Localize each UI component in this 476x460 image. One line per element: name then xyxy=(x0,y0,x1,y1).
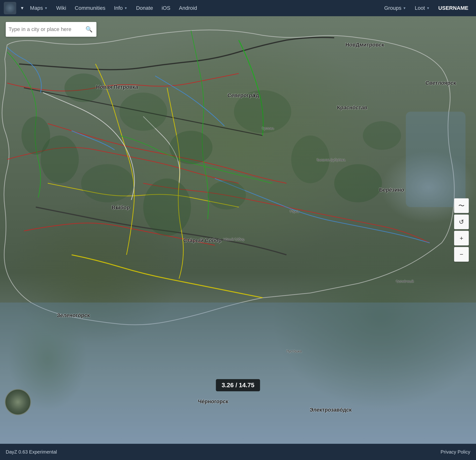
trend-button[interactable]: 〜 xyxy=(454,198,469,213)
nav-dropdown-arrow-logo[interactable]: ▼ xyxy=(19,4,25,13)
svg-point-5 xyxy=(81,164,134,202)
maps-arrow-icon: ▼ xyxy=(44,6,48,10)
nav-android[interactable]: Android xyxy=(175,3,201,13)
nav-ios[interactable]: iOS xyxy=(158,3,174,13)
nav-maps[interactable]: Maps ▼ xyxy=(26,3,51,13)
svg-point-10 xyxy=(334,164,382,202)
version-label: DayZ 0.63 Experimental xyxy=(6,449,57,455)
logo[interactable] xyxy=(4,2,16,14)
nav-groups[interactable]: Groups ▼ xyxy=(380,3,410,13)
nav-donate[interactable]: Donate xyxy=(132,3,157,13)
map-controls: 〜 ↺ + − xyxy=(454,198,469,262)
svg-point-7 xyxy=(208,181,246,209)
svg-rect-13 xyxy=(0,302,476,444)
search-button[interactable]: 🔍 xyxy=(85,25,94,34)
svg-point-6 xyxy=(143,178,191,236)
map-overlay-svg xyxy=(0,16,476,444)
privacy-policy-link[interactable]: Privacy Policy xyxy=(441,449,470,455)
minimap[interactable] xyxy=(5,389,31,415)
groups-arrow-icon: ▼ xyxy=(403,6,406,10)
nav-info[interactable]: Info ▼ xyxy=(110,3,131,13)
svg-point-0 xyxy=(64,74,103,102)
map-container[interactable]: НовДмитровскСветлоярскНовая ПетровкаСеве… xyxy=(0,16,476,444)
info-arrow-icon: ▼ xyxy=(124,6,128,10)
refresh-button[interactable]: ↺ xyxy=(454,215,469,229)
username-button[interactable]: USERNAME xyxy=(434,3,472,13)
loot-arrow-icon: ▼ xyxy=(426,6,430,10)
navbar: ▼ Maps ▼ Wiki Communities Info ▼ Donate … xyxy=(0,0,476,16)
svg-point-8 xyxy=(21,117,50,155)
svg-point-3 xyxy=(234,90,291,133)
zoom-out-button[interactable]: − xyxy=(454,247,469,262)
search-input[interactable] xyxy=(8,26,85,33)
svg-rect-12 xyxy=(406,112,466,207)
svg-point-9 xyxy=(291,135,329,183)
nav-wiki[interactable]: Wiki xyxy=(52,3,70,13)
svg-point-2 xyxy=(170,131,212,164)
svg-point-1 xyxy=(119,92,167,131)
nav-loot[interactable]: Loot ▼ xyxy=(411,3,434,13)
footer: DayZ 0.63 Experimental Privacy Policy xyxy=(0,444,476,460)
nav-communities[interactable]: Communities xyxy=(71,3,109,13)
svg-point-11 xyxy=(363,121,401,150)
search-box: 🔍 xyxy=(6,22,96,37)
zoom-in-button[interactable]: + xyxy=(454,231,469,245)
